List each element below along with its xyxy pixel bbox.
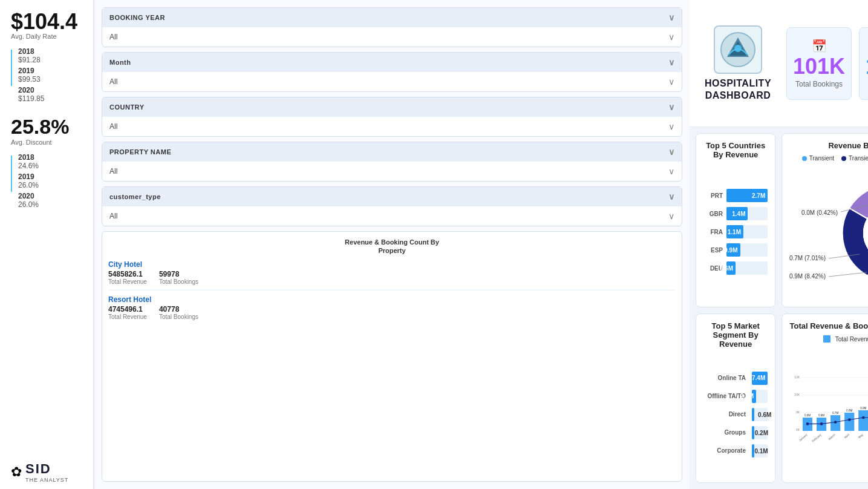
svg-text:0.7M (7.01%): 0.7M (7.01%) <box>789 255 826 261</box>
bar-row-online-ta: Online TA 7.4M <box>703 372 768 385</box>
top-center: HOSPITALITYDASHBOARD 📅 101K Total Bookin… <box>690 0 868 127</box>
bookings-label: Total Bookings <box>795 80 843 88</box>
filter-customer-value[interactable]: All ∨ <box>102 206 682 226</box>
resort-hotel-revenue-label: Total Revenue <box>108 313 147 320</box>
chevron-down-icon: ∨ <box>668 77 674 87</box>
segments-bars: Online TA 7.4M Offline TA/TO 2.0M <box>703 353 768 475</box>
bar-row-gbr: GBR 1.4M <box>703 207 768 220</box>
city-hotel-name: City Hotel <box>108 260 676 269</box>
transient-dot <box>802 156 807 161</box>
top5-segments-chart: Top 5 Market Segment By Revenue Online T… <box>696 313 775 483</box>
revenue-rect-icon <box>823 335 830 343</box>
resort-hotel-bookings-label: Total Bookings <box>159 313 198 320</box>
discount-label: Avg. Discount <box>11 139 52 146</box>
filter-customer-header: customer_type ∨ <box>102 187 682 206</box>
svg-text:0.6M: 0.6M <box>818 414 824 417</box>
svg-rect-27 <box>844 413 854 431</box>
svg-text:February: February <box>812 433 823 442</box>
filter-month-header: Month ∨ <box>102 53 682 72</box>
filter-customer-type[interactable]: customer_type ∨ All ∨ <box>102 186 682 226</box>
donut-container: Transient Transient-Party Contract Group <box>789 155 868 300</box>
filter-month-value[interactable]: All ∨ <box>102 72 682 91</box>
filter-country-header: COUNTRY ∨ <box>102 97 682 117</box>
adr-year-2020: 2020 $119.85 <box>18 86 44 103</box>
resort-hotel-bookings: 40778 <box>159 305 198 313</box>
adr-label: Avg. Daily Rate <box>11 33 57 40</box>
filter-country[interactable]: COUNTRY ∨ All ∨ <box>102 97 682 137</box>
discount-value: 25.8% <box>11 115 69 139</box>
city-hotel-bookings-label: Total Bookings <box>159 278 198 285</box>
svg-point-48 <box>806 422 809 425</box>
bar-row-corporate: Corporate 0.1M <box>703 444 768 458</box>
chevron-down-icon: ∨ <box>668 166 674 176</box>
revenue-customer-type-chart: Revenue By Customer Type Transient Trans… <box>782 133 868 307</box>
trend-chart: Total Revenue & Booking Count Trend By M… <box>782 313 868 483</box>
chevron-down-icon: ∨ <box>668 57 675 67</box>
main-content: Top 5 Countries By Revenue PRT 2.7M GBR … <box>690 127 868 489</box>
top5-countries-title: Top 5 Countries By Revenue <box>703 141 768 159</box>
bar-row-groups: Groups 0.2M <box>703 426 768 439</box>
svg-point-51 <box>848 418 851 421</box>
trend-legend: Total Revenue Total Bookings <box>789 335 868 343</box>
chevron-down-icon: ∨ <box>668 102 675 112</box>
brand-block: HOSPITALITYDASHBOARD <box>702 25 774 100</box>
revenue-by-property-table: Revenue & Booking Count ByProperty City … <box>102 231 682 482</box>
filter-property-value[interactable]: All ∨ <box>102 162 682 181</box>
sid-logo: SID <box>25 461 68 477</box>
filter-booking-year-value[interactable]: All ∨ <box>102 27 682 47</box>
svg-text:April: April <box>844 433 850 439</box>
left-panel: $104.4 Avg. Daily Rate 2018 $91.28 2019 … <box>0 0 94 489</box>
svg-text:0.6M: 0.6M <box>804 414 811 417</box>
filter-property-name[interactable]: PROPERTY NAME ∨ All ∨ <box>102 142 682 182</box>
bar-row-direct: Direct 0.6M <box>703 408 768 421</box>
svg-text:0.9M (8.42%): 0.9M (8.42%) <box>789 273 826 280</box>
bar-row-deu: DEU 0.6M <box>703 261 768 275</box>
svg-point-52 <box>862 416 865 419</box>
svg-text:0.7M: 0.7M <box>832 412 838 415</box>
kpi-revenue: 📊 10.2M Total Revenue <box>859 27 868 100</box>
brand-title: HOSPITALITYDASHBOARD <box>705 77 771 100</box>
filter-country-value[interactable]: All ∨ <box>102 117 682 136</box>
bar-row-offline-ta: Offline TA/TO 2.0M <box>703 390 768 403</box>
trend-chart-area: 12K 10K 8K 6K <box>789 346 868 475</box>
svg-rect-28 <box>858 410 868 431</box>
chevron-down-icon: ∨ <box>668 211 674 221</box>
svg-text:May: May <box>858 433 864 439</box>
revenue-value: 10.2M <box>866 56 868 77</box>
sid-subtitle: THE ANALYST <box>25 477 68 483</box>
discount-divider <box>11 156 12 192</box>
filter-property-header: PROPERTY NAME ∨ <box>102 142 682 162</box>
resort-hotel-name: Resort Hotel <box>108 295 676 304</box>
resort-hotel-stats: 4745496.1 Total Revenue 40778 Total Book… <box>108 305 676 320</box>
city-hotel-revenue: 5485826.1 <box>108 270 147 278</box>
brand-logo <box>714 25 762 74</box>
countries-bars: PRT 2.7M GBR 1.4M FR <box>703 164 768 300</box>
bar-row-prt: PRT 2.7M <box>703 189 768 202</box>
adr-year-2018: 2018 $91.28 <box>18 47 44 64</box>
flower-icon: ✿ <box>11 464 22 480</box>
discount-year-2020: 2020 26.0% <box>18 192 39 209</box>
bookings-icon: 📅 <box>812 39 827 53</box>
svg-text:10K: 10K <box>794 393 800 396</box>
top5-countries-chart: Top 5 Countries By Revenue PRT 2.7M GBR … <box>696 133 775 307</box>
discount-year-2018: 2018 24.6% <box>18 153 39 170</box>
svg-text:6K: 6K <box>796 428 800 432</box>
logo-area: ✿ SID THE ANALYST <box>11 461 68 483</box>
top5-segments-title: Top 5 Market Segment By Revenue <box>703 321 768 349</box>
discount-year-2019: 2019 26.0% <box>18 172 39 189</box>
city-hotel-revenue-label: Total Revenue <box>108 278 147 285</box>
bookings-value: 101K <box>793 56 845 77</box>
bar-row-esp: ESP 0.9M <box>703 243 768 257</box>
kpi-bookings: 📅 101K Total Bookings <box>786 27 852 100</box>
filter-booking-year-header: BOOKING YEAR ∨ <box>102 8 682 27</box>
adr-divider <box>11 50 12 86</box>
kpi-cards: 📅 101K Total Bookings 📊 10.2M Total Reve… <box>786 27 868 100</box>
transient-party-dot <box>841 156 846 161</box>
chevron-down-icon: ∨ <box>668 32 674 42</box>
revenue-property-title: Revenue & Booking Count ByProperty <box>108 238 676 255</box>
svg-text:12K: 12K <box>794 375 800 379</box>
filter-month[interactable]: Month ∨ All ∨ <box>102 52 682 92</box>
filter-booking-year[interactable]: BOOKING YEAR ∨ All ∨ <box>102 7 682 47</box>
svg-line-13 <box>829 272 867 277</box>
chevron-down-icon: ∨ <box>668 13 675 22</box>
